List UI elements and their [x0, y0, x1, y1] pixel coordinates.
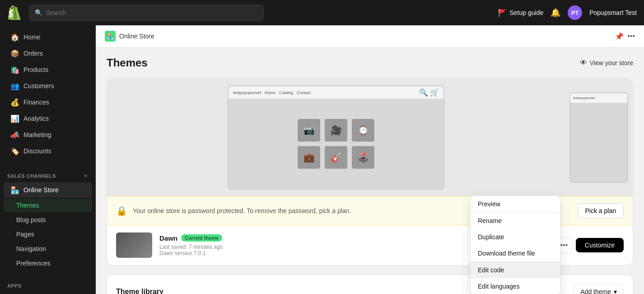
dropdown-item-rename[interactable]: Rename: [471, 213, 560, 229]
notification-icon[interactable]: 🔔: [551, 8, 560, 18]
sidebar-sub-item-navigation[interactable]: Navigation: [4, 242, 92, 256]
sidebar-item-analytics[interactable]: 📊 Analytics: [4, 111, 92, 126]
tablet-preview: testpopupsmart: [565, 79, 633, 196]
sidebar-item-discounts[interactable]: 🏷️ Discounts: [4, 143, 92, 159]
theme-last-saved: Last saved: 7 minutes ago: [159, 244, 223, 250]
sidebar-sub-label: Pages: [16, 231, 34, 238]
sidebar-sub-label: Preferences: [16, 260, 50, 267]
tablet-logo: testpopupsmart: [573, 96, 595, 100]
setup-guide-button[interactable]: 🚩 Setup guide: [498, 9, 543, 17]
dropdown-item-duplicate[interactable]: Duplicate: [471, 229, 560, 245]
finances-icon: 💰: [11, 98, 19, 106]
breadcrumb-store-icon: 🏪: [105, 31, 116, 42]
user-initials: PT: [571, 9, 579, 16]
discounts-icon: 🏷️: [11, 147, 19, 155]
laptop-body: 📷 🎥 ⌚ 💼 🎸 🕹️: [229, 99, 443, 189]
breadcrumb-label: Online Store: [119, 33, 154, 40]
orders-icon: 📦: [11, 49, 19, 57]
theme-thumbnail: [116, 232, 152, 258]
theme-preview: testpopupsmart Home Catalog Contact 🔍 🛒: [107, 79, 633, 196]
dropdown-item-edit-code[interactable]: Edit code: [471, 262, 560, 278]
dropdown-item-edit-languages[interactable]: Edit languages: [471, 278, 560, 294]
topbar: 🔍 🚩 Setup guide 🔔 PT Popupsmart Test: [0, 0, 644, 25]
marketing-icon: 📣: [11, 131, 19, 139]
lock-icon: 🔒: [116, 205, 127, 216]
flag-icon: 🚩: [498, 9, 507, 17]
tablet-toolbar: testpopupsmart: [570, 93, 627, 103]
sidebar: 🏠 Home 📦 Orders 🛍️ Products 👥 Customers …: [0, 25, 96, 294]
page-wrap: Themes 👁 View your store testpopupsmart: [96, 47, 644, 294]
dropdown-menu: Preview Rename Duplicate Download theme …: [470, 195, 560, 294]
add-theme-button[interactable]: Add theme ▾: [574, 284, 624, 294]
customers-icon: 👥: [11, 82, 19, 90]
sidebar-sub-label: Blog posts: [16, 216, 46, 223]
shopify-logo: [7, 5, 22, 20]
laptop-frame: testpopupsmart Home Catalog Contact 🔍 🛒: [228, 85, 444, 190]
view-store-button[interactable]: 👁 View your store: [580, 59, 633, 67]
nav-catalog: Catalog: [279, 90, 293, 95]
page-title: Themes: [107, 57, 148, 69]
avatar[interactable]: PT: [568, 5, 582, 20]
dropdown-item-preview[interactable]: Preview: [471, 196, 560, 212]
add-theme-chevron-icon: ▾: [614, 288, 617, 294]
analytics-icon: 📊: [11, 114, 19, 123]
sidebar-sub-item-blog-posts[interactable]: Blog posts: [4, 213, 92, 227]
laptop-search-icon: 🔍: [419, 88, 428, 97]
sidebar-sub-item-pages[interactable]: Pages: [4, 228, 92, 241]
app-body: 🏠 Home 📦 Orders 🛍️ Products 👥 Customers …: [0, 25, 644, 294]
view-store-label: View your store: [590, 59, 633, 66]
laptop-grid: 📷 🎥 ⌚ 💼 🎸 🕹️: [298, 119, 374, 169]
sidebar-item-label: Marketing: [23, 131, 51, 138]
theme-version: Dawn version 7.0.1: [159, 250, 206, 256]
grid-item-1: 📷: [298, 119, 320, 142]
sidebar-item-products[interactable]: 🛍️ Products: [4, 62, 92, 77]
sidebar-sub-item-themes[interactable]: Themes: [4, 199, 92, 212]
sidebar-item-add-apps[interactable]: ➕ Add apps: [4, 291, 92, 294]
sidebar-sub-label: Navigation: [16, 245, 46, 252]
grid-item-4: 💼: [298, 146, 320, 169]
sidebar-item-orders[interactable]: 📦 Orders: [4, 46, 92, 61]
search-input[interactable]: [46, 9, 258, 16]
customize-button[interactable]: Customize: [576, 238, 624, 252]
more-dots-icon: •••: [560, 241, 568, 249]
add-theme-label: Add theme: [580, 288, 611, 294]
search-icon: 🔍: [35, 9, 42, 16]
apps-label: Apps: [0, 278, 96, 290]
theme-thumbnail-inner: [116, 232, 152, 258]
grid-item-2: 🎥: [325, 119, 347, 142]
sidebar-item-label: Online Store: [23, 186, 59, 194]
sidebar-item-marketing[interactable]: 📣 Marketing: [4, 127, 92, 142]
sidebar-item-customers[interactable]: 👥 Customers: [4, 78, 92, 94]
sidebar-sub-item-preferences[interactable]: Preferences: [4, 256, 92, 270]
dropdown-item-download[interactable]: Download theme file: [471, 245, 560, 261]
theme-card: testpopupsmart Home Catalog Contact 🔍 🛒: [107, 78, 633, 266]
sidebar-item-label: Orders: [23, 50, 43, 57]
sidebar-item-online-store[interactable]: 🏪 Online Store: [4, 182, 92, 198]
sidebar-item-finances[interactable]: 💰 Finances: [4, 95, 92, 110]
sidebar-sub-label: Themes: [16, 202, 39, 209]
tablet-frame: testpopupsmart: [569, 92, 628, 183]
pick-plan-button[interactable]: Pick a plan: [578, 203, 624, 218]
sidebar-item-home[interactable]: 🏠 Home: [4, 29, 92, 45]
user-name: Popupsmart Test: [589, 9, 637, 16]
pin-icon[interactable]: 📌: [615, 32, 624, 41]
grid-item-3: ⌚: [352, 119, 374, 142]
nav-contact: Contact: [297, 90, 311, 95]
main-content: 🏪 Online Store 📌 ••• Themes 👁 View your …: [96, 25, 644, 294]
theme-actions: ••• Customize: [556, 237, 624, 253]
sidebar-item-label: Finances: [23, 99, 49, 106]
grid-item-5: 🎸: [325, 146, 347, 169]
grid-item-6: 🕹️: [352, 146, 374, 169]
sidebar-item-label: Discounts: [23, 147, 51, 155]
nav-home: Home: [265, 90, 275, 95]
breadcrumb-more-icon[interactable]: •••: [627, 32, 635, 40]
expand-icon[interactable]: ＋: [82, 172, 89, 180]
sales-channels-label: Sales channels ＋: [0, 166, 96, 182]
laptop-brand: testpopupsmart: [233, 90, 261, 95]
topbar-right: 🚩 Setup guide 🔔 PT Popupsmart Test: [498, 5, 637, 20]
laptop-nav-links: Home Catalog Contact: [265, 90, 311, 95]
page-header: Themes 👁 View your store: [107, 57, 633, 69]
search-bar[interactable]: 🔍: [29, 5, 264, 21]
sidebar-item-label: Customers: [23, 82, 54, 90]
setup-guide-label: Setup guide: [509, 9, 543, 16]
